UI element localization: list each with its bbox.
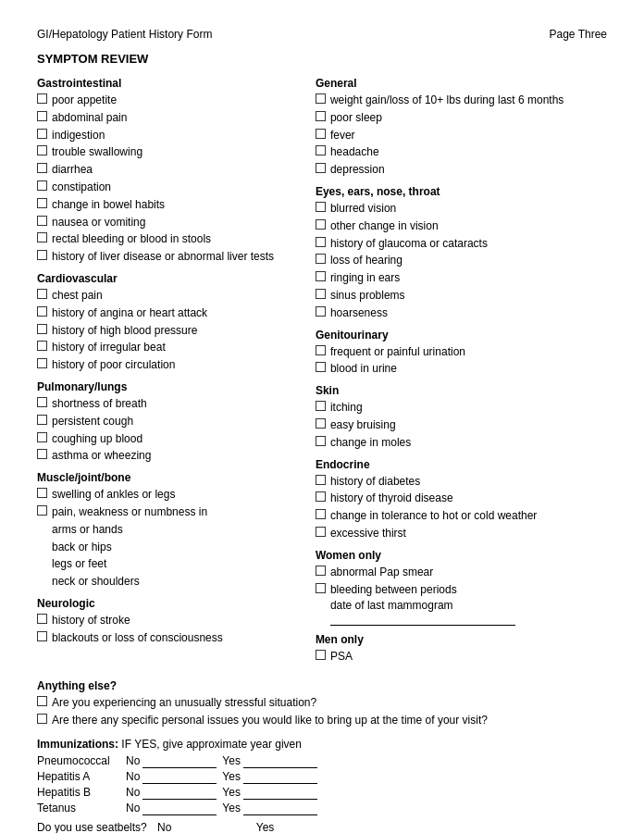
checkbox[interactable]	[316, 418, 326, 429]
checkbox[interactable]	[37, 358, 47, 368]
checkbox[interactable]	[316, 491, 326, 502]
hepatitis-b-yes-field[interactable]	[243, 786, 317, 800]
list-item: nausea or vomiting	[37, 215, 306, 230]
checkbox[interactable]	[37, 714, 47, 724]
checkbox[interactable]	[37, 216, 47, 226]
list-item: pain, weakness or numbness in	[37, 504, 306, 520]
checkbox[interactable]	[316, 145, 326, 155]
list-item: bleeding between periods	[316, 582, 607, 598]
pneumococcal-yes-field[interactable]	[243, 754, 317, 768]
checkbox[interactable]	[316, 202, 326, 212]
seatbelt-row: Do you use seatbelts? No Yes	[37, 821, 607, 833]
list-item: trouble swallowing	[37, 144, 306, 160]
checkbox[interactable]	[316, 401, 326, 411]
skin-title: Skin	[316, 384, 607, 397]
checkbox[interactable]	[37, 324, 47, 334]
checkbox[interactable]	[37, 614, 47, 624]
checkbox[interactable]	[37, 397, 47, 407]
tetanus-yes-field[interactable]	[243, 802, 317, 815]
list-item: history of high blood pressure	[37, 323, 306, 339]
checkbox[interactable]	[316, 436, 326, 446]
seatbelt-label: Do you use seatbelts?	[37, 821, 147, 833]
bottom-section: Anything else? Are you experiencing an u…	[37, 679, 607, 833]
checkbox[interactable]	[37, 232, 47, 242]
checkbox[interactable]	[37, 415, 47, 425]
checkbox[interactable]	[37, 289, 47, 299]
checkbox[interactable]	[37, 180, 47, 191]
checkbox[interactable]	[316, 219, 326, 230]
list-item: coughing up blood	[37, 431, 306, 447]
right-column: General weight gain/loss of 10+ lbs duri…	[316, 69, 607, 666]
men-only-title: Men only	[316, 633, 607, 646]
checkbox[interactable]	[37, 163, 47, 173]
checkbox[interactable]	[316, 650, 326, 660]
list-item: abdominal pain	[37, 110, 306, 126]
checkbox[interactable]	[37, 145, 47, 155]
imm-row-tetanus: Tetanus No Yes	[37, 802, 607, 815]
checkbox[interactable]	[316, 345, 326, 355]
list-item: frequent or painful urination	[316, 344, 607, 360]
mammogram-field[interactable]	[330, 612, 515, 626]
immunizations-table: Pneumococcal No Yes Hepatitis A No Yes H…	[37, 754, 607, 815]
list-item: blood in urine	[316, 361, 607, 377]
list-item: history of glaucoma or cataracts	[316, 236, 607, 252]
checkbox[interactable]	[37, 111, 47, 121]
pneumococcal-no-field[interactable]	[142, 754, 217, 768]
checkbox[interactable]	[37, 341, 47, 351]
list-item: history of liver disease or abnormal liv…	[37, 249, 306, 265]
immunizations-note: IF YES, give approximate year given	[121, 738, 302, 751]
checkbox[interactable]	[37, 449, 47, 459]
checkbox[interactable]	[316, 163, 326, 173]
list-item: history of stroke	[37, 613, 306, 628]
list-item: constipation	[37, 180, 306, 195]
checkbox[interactable]	[37, 432, 47, 442]
immunizations-section: Immunizations: IF YES, give approximate …	[37, 738, 607, 751]
checkbox[interactable]	[316, 306, 326, 317]
list-item: excessive thirst	[316, 526, 607, 541]
list-item: asthma or wheezing	[37, 448, 306, 464]
checkbox[interactable]	[316, 271, 326, 281]
main-content: Gastrointestinal poor appetite abdominal…	[37, 69, 607, 666]
list-item: weight gain/loss of 10+ lbs during last …	[316, 93, 607, 108]
checkbox[interactable]	[316, 254, 326, 264]
checkbox[interactable]	[37, 250, 47, 260]
list-item: shortness of breath	[37, 396, 306, 412]
list-item: history of angina or heart attack	[37, 305, 306, 321]
checkbox[interactable]	[316, 93, 326, 104]
hepatitis-a-yes-field[interactable]	[243, 770, 317, 784]
checkbox[interactable]	[316, 566, 326, 576]
gastrointestinal-title: Gastrointestinal	[37, 77, 306, 90]
list-item: history of diabetes	[316, 474, 607, 490]
seatbelt-no-field[interactable]	[171, 821, 245, 833]
hepatitis-a-no-field[interactable]	[142, 770, 217, 784]
checkbox[interactable]	[37, 505, 47, 516]
list-item: history of thyroid disease	[316, 491, 607, 506]
checkbox[interactable]	[316, 583, 326, 593]
list-item: back or hips	[52, 540, 306, 555]
checkbox[interactable]	[316, 111, 326, 121]
checkbox[interactable]	[37, 129, 47, 139]
checkbox[interactable]	[316, 237, 326, 247]
checkbox[interactable]	[37, 488, 47, 498]
list-item: Are you experiencing an unusually stress…	[37, 695, 607, 711]
list-item: blackouts or loss of consciousness	[37, 630, 306, 646]
hepatitis-b-no-field[interactable]	[142, 786, 217, 800]
neurologic-title: Neurologic	[37, 597, 306, 610]
checkbox[interactable]	[37, 631, 47, 641]
checkbox[interactable]	[37, 198, 47, 208]
checkbox[interactable]	[37, 306, 47, 317]
page-header: GI/Hepatology Patient History Form Page …	[37, 28, 607, 41]
imm-row-hepatitis-b: Hepatitis B No Yes	[37, 786, 607, 800]
checkbox[interactable]	[316, 527, 326, 537]
seatbelt-yes-field[interactable]	[274, 821, 348, 833]
checkbox[interactable]	[37, 93, 47, 104]
list-item: Are there any specific personal issues y…	[37, 713, 607, 728]
checkbox[interactable]	[316, 362, 326, 372]
checkbox[interactable]	[316, 509, 326, 519]
checkbox[interactable]	[316, 475, 326, 485]
list-item: hoarseness	[316, 305, 607, 321]
checkbox[interactable]	[316, 289, 326, 299]
tetanus-no-field[interactable]	[142, 802, 217, 815]
checkbox[interactable]	[37, 696, 47, 706]
checkbox[interactable]	[316, 129, 326, 139]
